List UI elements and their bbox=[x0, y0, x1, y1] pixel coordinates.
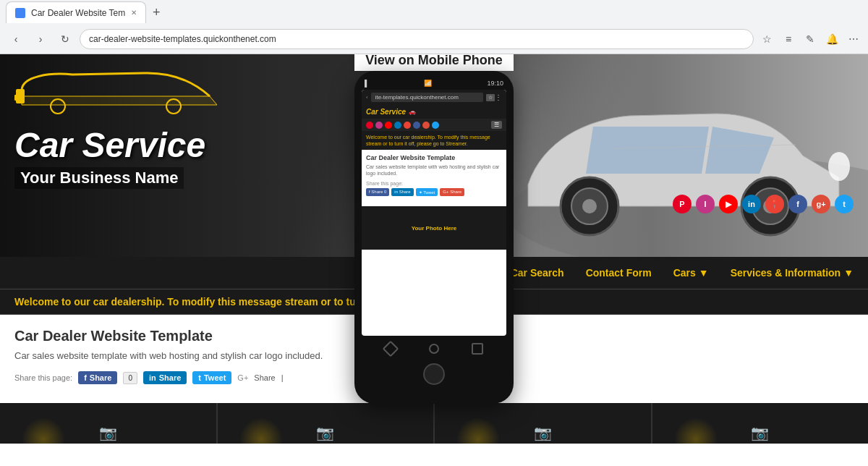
tab-favicon bbox=[15, 8, 25, 18]
phone-yellow-text: Welcome to our car dealership. To modify… bbox=[366, 134, 502, 147]
tab-close-button[interactable]: ✕ bbox=[131, 9, 137, 17]
address-input[interactable]: car-dealer-website-templates.quickonthen… bbox=[80, 29, 754, 49]
phone-nav-bar bbox=[362, 339, 506, 359]
share-pipe: | bbox=[281, 373, 284, 382]
svg-rect-11 bbox=[14, 95, 17, 101]
twitter-share-button[interactable]: t Tweet bbox=[192, 371, 231, 384]
phone-status-bar: ▌ 📶 19:10 bbox=[362, 80, 506, 87]
brand-name: Car Service bbox=[14, 128, 231, 163]
camera-icon-4: 📷 bbox=[751, 424, 769, 441]
youtube-icon[interactable]: ▶ bbox=[719, 195, 738, 213]
svg-point-7 bbox=[828, 152, 850, 181]
phone-instagram-dot bbox=[375, 122, 383, 129]
svg-point-3 bbox=[582, 199, 597, 213]
photo-card-3[interactable]: 📷 Your Photo Here bbox=[435, 403, 652, 444]
phone-tw-dot bbox=[432, 122, 439, 129]
googleplus-icon[interactable]: g+ bbox=[812, 195, 830, 213]
active-tab[interactable]: Car Dealer Website Tem ✕ bbox=[6, 1, 146, 23]
camera-icon-3: 📷 bbox=[534, 424, 552, 441]
nav-car-search[interactable]: Car Search bbox=[511, 267, 564, 279]
address-bar-row: ‹ › ↻ car-dealer-website-templates.quick… bbox=[0, 25, 868, 54]
phone-hamburger-icon: ☰ bbox=[491, 121, 502, 129]
bookmark-icon[interactable]: ☆ bbox=[758, 30, 775, 48]
phone-wifi-icon: 📶 bbox=[424, 80, 432, 87]
linkedin-share-icon: in bbox=[149, 373, 156, 382]
phone-fb-dot bbox=[413, 122, 420, 129]
phone-li-share: in Share bbox=[391, 188, 413, 196]
new-tab-button[interactable]: + bbox=[146, 2, 166, 22]
website-content: Car Service Your Business Name P I ▶ in … bbox=[0, 54, 868, 444]
phone-frame: ▌ 📶 19:10 ‹ ite-templates.quickonthenet.… bbox=[354, 71, 514, 404]
camera-icon-2: 📷 bbox=[316, 424, 334, 441]
hero-subtitle: Your Business Name bbox=[14, 167, 184, 189]
edit-icon[interactable]: ✎ bbox=[801, 30, 819, 48]
maps-icon[interactable]: 📍 bbox=[765, 195, 784, 213]
phone-tw-share: ✦ Tweet bbox=[416, 188, 438, 196]
phone-address-bar: ite-templates.quickonthenet.com bbox=[371, 93, 483, 102]
forward-button[interactable]: › bbox=[30, 29, 51, 49]
chevron-down-icon-2: ▼ bbox=[843, 267, 854, 279]
more-icon[interactable]: ⋯ bbox=[845, 30, 862, 48]
phone-menu-dots: ⋮ bbox=[495, 93, 502, 101]
social-icons-row: P I ▶ in 📍 f g+ t bbox=[673, 195, 854, 213]
phone-main-desc: Car sales website template with web host… bbox=[366, 164, 502, 177]
phone-screen: ‹ ite-templates.quickonthenet.com ☆ ⋮ Ca… bbox=[362, 90, 506, 336]
mobile-phone-overlay: View on Mobile Phone ▌ 📶 19:10 ‹ ite-tem… bbox=[354, 54, 514, 404]
phone-photo-text: Your Photo Here bbox=[412, 225, 457, 232]
camera-icon-1: 📷 bbox=[99, 424, 117, 441]
menu-icon[interactable]: ≡ bbox=[780, 30, 797, 48]
phone-gp-dot bbox=[422, 122, 430, 129]
chevron-down-icon: ▼ bbox=[699, 267, 709, 279]
twitter-icon[interactable]: t bbox=[835, 195, 854, 213]
tab-title: Car Dealer Website Tem bbox=[31, 8, 125, 18]
phone-home-hw-button[interactable] bbox=[429, 344, 439, 354]
share-label: Share this page: bbox=[14, 373, 72, 382]
phone-maps-dot bbox=[404, 122, 411, 129]
url-text: car-dealer-website-templates.quickonthen… bbox=[89, 34, 276, 44]
linkedin-share-button[interactable]: in Share bbox=[143, 371, 187, 384]
photo-strip: 📷 Your Photo Here 📷 Your Photo Here 📷 Yo… bbox=[0, 403, 868, 444]
phone-pinterest-dot bbox=[366, 122, 373, 129]
phone-main-content: Car Dealer Website Template Car sales we… bbox=[362, 150, 506, 206]
phone-back-icon: ‹ bbox=[366, 94, 368, 101]
phone-recent-hw-button[interactable] bbox=[472, 343, 483, 355]
photo-card-1[interactable]: 📷 Your Photo Here bbox=[0, 403, 218, 444]
notification-icon[interactable]: 🔔 bbox=[823, 30, 841, 48]
facebook-share-icon: f bbox=[84, 373, 87, 382]
browser-chrome: Car Dealer Website Tem ✕ + ‹ › ↻ car-dea… bbox=[0, 0, 868, 54]
phone-car-icon: 🚗 bbox=[409, 109, 416, 115]
tab-bar: Car Dealer Website Tem ✕ + bbox=[0, 0, 868, 25]
phone-linkedin-dot bbox=[394, 122, 401, 129]
phone-gp-share: G+ Share bbox=[440, 188, 464, 196]
phone-fb-share: f Share 0 bbox=[366, 188, 389, 196]
instagram-icon[interactable]: I bbox=[696, 195, 715, 213]
phone-share-label: Share this page: bbox=[366, 181, 502, 186]
nav-cars[interactable]: Cars ▼ bbox=[673, 267, 709, 279]
refresh-button[interactable]: ↻ bbox=[55, 29, 75, 49]
photo-card-2[interactable]: 📷 Your Photo Here bbox=[218, 403, 435, 444]
phone-bookmark-icon: ☆ bbox=[486, 94, 495, 101]
phone-back-hw-button[interactable] bbox=[383, 341, 399, 357]
linkedin-icon[interactable]: in bbox=[742, 195, 761, 213]
phone-social-row: ☰ bbox=[362, 119, 506, 131]
facebook-share-button[interactable]: f Share bbox=[78, 371, 117, 384]
fb-share-count: 0 bbox=[123, 372, 137, 384]
twitter-share-icon: t bbox=[198, 373, 201, 382]
mobile-overlay-label: View on Mobile Phone bbox=[354, 54, 514, 71]
phone-share-row: f Share 0 in Share ✦ Tweet G+ Share bbox=[366, 188, 502, 196]
phone-browser-header: ‹ ite-templates.quickonthenet.com ☆ ⋮ bbox=[362, 90, 506, 105]
back-button[interactable]: ‹ bbox=[6, 29, 26, 49]
pinterest-icon[interactable]: P bbox=[673, 195, 692, 213]
phone-time: 19:10 bbox=[487, 80, 503, 87]
nav-services[interactable]: Services & Information ▼ bbox=[731, 267, 854, 279]
phone-main-title: Car Dealer Website Template bbox=[366, 154, 502, 161]
facebook-icon[interactable]: f bbox=[788, 195, 807, 213]
brand-logo bbox=[14, 69, 231, 119]
gplus-label: G+ bbox=[237, 373, 248, 382]
phone-site-header: Car Service 🚗 bbox=[362, 105, 506, 119]
photo-card-4[interactable]: 📷 Your Photo Here bbox=[652, 403, 869, 444]
phone-physical-home-button[interactable] bbox=[423, 363, 445, 385]
gplus-share-label: Share bbox=[254, 373, 275, 382]
nav-contact-form[interactable]: Contact Form bbox=[586, 267, 652, 279]
toolbar-icons: ☆ ≡ ✎ 🔔 ⋯ bbox=[758, 30, 862, 48]
